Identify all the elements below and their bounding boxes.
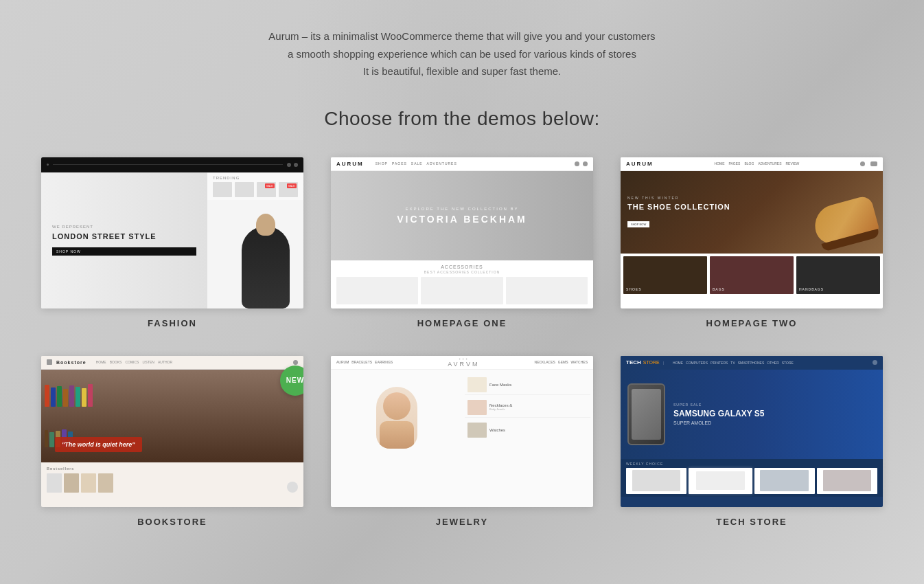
h1-nav-shop: SHOP [376,161,388,166]
demo-thumbnail-tech-store: TECH STORE | HOME COMPUTERS PRINTERS TV … [621,356,883,507]
jw-nav-links-right: NECKLACES GEMS WATCHES [535,360,588,364]
page-container: Aurum – its a minimalist WooCommerce the… [0,0,924,568]
fashion-person-head [256,214,275,236]
demo-item-homepage-one[interactable]: AURUM SHOP PAGES SALE ADVENTURES EXPLORE… [331,157,593,328]
h2-hero-small: NEW THIS WINTER [627,196,730,200]
bs-books-row [47,473,298,493]
demos-grid: WE REPRESENT LONDON STREET STYLE SHOP NO… [41,157,883,527]
jw-cat-facemasks: Face Masks [465,375,590,395]
demo-item-fashion[interactable]: WE REPRESENT LONDON STREET STYLE SHOP NO… [41,157,303,328]
fashion-nav [41,157,303,172]
jw-cat-text-1: Face Masks [489,383,511,387]
h2-nav-home: HOME [715,161,725,166]
ts-nav-icon [873,360,877,365]
bs-bestsellers: Bestsellers [41,462,303,497]
fashion-trending-items: SALE SALE [213,182,298,197]
h2-nav-blog: BLOG [744,161,754,166]
jw-nav-aurum: AURUM [336,360,349,364]
ts-product-inner-4 [823,470,872,491]
jw-cat-necklaces: Necklaces & Body Jewels [465,398,590,418]
h2-cat-handbags: HANDBAGS [796,256,880,294]
fashion-nav-logo [47,164,49,166]
bs-nav-author: AUTHOR [158,360,172,364]
h2-hero-title: THE SHOE COLLECTION [627,202,730,212]
search-icon [287,163,291,167]
fashion-nav-icons [287,163,298,167]
h1-section-title: ACCESSORIES BEST ACCESSORIES COLLECTION [336,265,588,274]
bs-book-thumb-4 [98,473,113,493]
demo-item-homepage-two[interactable]: AURUM HOME PAGES BLOG ADVENTURES REVIEW [621,157,883,328]
demo-item-bookstore[interactable]: NEW Bookstore HOME BOOKS COMICS LISTEN A… [41,356,303,527]
h2-nav-right [860,161,877,166]
ts-weekly: WEEKLY CHOICE [621,459,883,497]
jw-hero: Face Masks Necklaces & Body Jewels [331,370,593,466]
jw-cat-label-3: Watches [489,428,505,432]
book-2 [51,388,56,407]
jw-nav-earrings: EARRINGS [375,360,393,364]
h2-cat-shoes: SHOES [623,256,707,294]
ts-nav-tv: TV [730,361,735,365]
jw-cat-img-3 [467,423,487,438]
jw-nav-bracelets: BRACELETS [351,360,372,364]
fashion-hero: WE REPRESENT LONDON STREET STYLE SHOP NO… [41,172,207,308]
book-4 [63,389,68,407]
ts-nav-other: OTHER [767,361,779,365]
book-6 [76,387,80,407]
fashion-hero-btn: SHOP NOW [52,247,196,256]
jw-nav-necklaces: NECKLACES [535,360,555,364]
jw-left [331,370,462,466]
jw-nav-watches: WATCHES [571,360,588,364]
ts-hero-title-line2: SUPER AMOLED [673,420,876,425]
ts-product-1 [626,468,686,494]
ts-product-2 [689,468,752,494]
jw-face [376,387,417,449]
jw-cat-sub-2: Body Jewels [489,407,512,411]
jw-cat-text-2: Necklaces & Body Jewels [489,403,512,411]
demo-label-fashion: FASHION [148,318,197,328]
demo-thumbnail-fashion: WE REPRESENT LONDON STREET STYLE SHOP NO… [41,157,303,308]
jw-nav-links: AURUM BRACELETS EARRINGS [336,360,393,364]
h2-shoe-sole [822,229,880,252]
bs-hero: "The world is quiet here" [41,370,303,462]
jw-cat-img-2 [467,400,487,415]
intro-line3: It is beautiful, flexible and super fast… [41,63,883,80]
demo-item-tech-store[interactable]: TECH STORE | HOME COMPUTERS PRINTERS TV … [621,356,883,527]
bs-nav-listen: LISTEN [142,360,154,364]
bs-nav-books: BOOKS [110,360,122,364]
h2-categories: SHOES BAGS HANDBAGS [621,254,883,297]
demo-label-jewelry: JEWELRY [436,517,488,527]
h1-hero-title: VICTORIA BECKHAM [397,214,527,225]
jw-cat-label-1: Face Masks [489,383,511,387]
ts-nav-store: STORE [782,361,794,365]
intro-line2: a smooth shopping experience which can b… [41,45,883,63]
h2-nav-pages: PAGES [729,161,741,166]
demo-label-homepage-two: HOMEPAGE TWO [706,318,798,328]
bs-book-thumb-2 [64,473,79,493]
h1-hero-small: EXPLORE THE NEW COLLECTION BY [405,207,518,211]
h1-products [336,277,588,304]
book-5 [69,385,74,407]
book-7 [82,388,86,407]
h1-section: ACCESSORIES BEST ACCESSORIES COLLECTION [331,260,593,308]
h2-nav-adventures: ADVENTURES [758,161,781,166]
demo-label-homepage-one: HOMEPAGE ONE [417,318,507,328]
h1-product-2 [421,277,503,304]
h2-hero-btn: SHOP NOW [627,221,649,227]
cart-icon [294,163,298,167]
bs-nav: Bookstore HOME BOOKS COMICS LISTEN AUTHO… [41,356,303,370]
trending-item-1 [213,182,232,197]
h1-nav-brand: AURUM [336,161,364,167]
ts-product-3 [754,468,815,494]
demo-item-jewelry[interactable]: AURUM BRACELETS EARRINGS ✦✦✦ AVRVM NECKL… [331,356,593,527]
ts-phone [627,383,665,445]
book-8 [88,384,93,407]
fashion-hero-title: LONDON STREET STYLE [52,232,196,241]
demo-thumbnail-homepage-one: AURUM SHOP PAGES SALE ADVENTURES EXPLORE… [331,157,593,308]
h1-cart-icon [583,161,588,166]
bs-nav-brand: Bookstore [56,360,86,365]
book-3 [57,386,62,407]
ts-hero-text: SUPER SALE SAMSUNG GALAXY S5 SUPER AMOLE… [673,403,876,425]
ts-weekly-label: WEEKLY CHOICE [626,462,877,466]
h2-nav-review: REVIEW [786,161,800,166]
ts-product-inner-3 [760,470,809,491]
